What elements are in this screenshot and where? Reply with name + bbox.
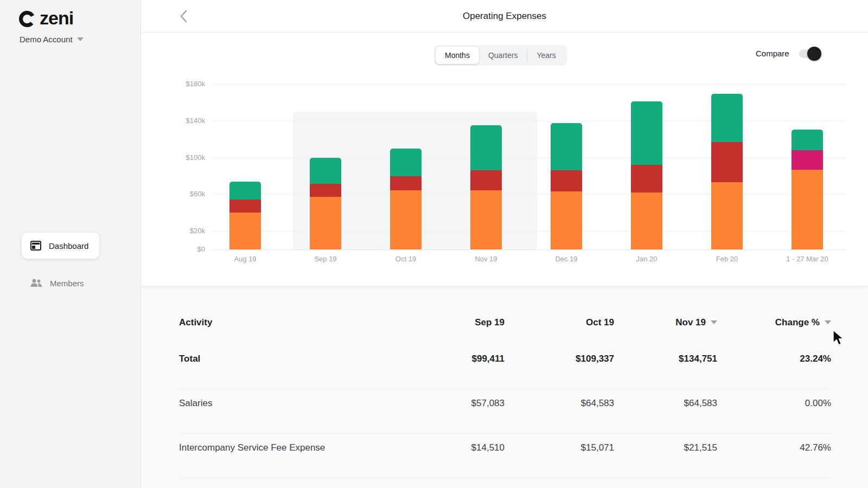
gridline [212,194,846,195]
bar-nov-19[interactable] [470,126,502,249]
tab-years[interactable]: Years [527,47,565,64]
bar-segment-salaries[interactable] [631,192,662,249]
row-label: Total [179,345,412,364]
gridline [212,84,846,85]
bar-segment-other-expenses[interactable] [792,130,823,150]
y-axis-tick: $0 [173,245,205,253]
sidebar: zeni Demo Account Dashboard Members [0,0,141,488]
bar-segment-other-expenses[interactable] [631,101,662,165]
bar-segment-salaries[interactable] [470,190,502,249]
bar-jan-20[interactable] [631,101,662,249]
col-header-sep19: Sep 19 [412,317,505,328]
y-axis-tick: $60k [173,190,205,198]
bar-1-27-mar-20[interactable] [792,130,823,249]
cell-nov19: $64,583 [614,389,717,409]
sidebar-item-label: Dashboard [49,241,88,251]
cell-sep19: $14,510 [412,434,505,453]
x-axis-tick: Oct 19 [366,255,446,263]
cell-sep19: $57,083 [412,389,505,409]
y-axis-tick: $140k [173,117,205,125]
bar-dec-19[interactable] [551,124,582,249]
activity-table: Activity Sep 19 Oct 19 Nov 19 Change % T… [179,300,831,478]
sidebar-item-dashboard[interactable]: Dashboard [22,233,99,259]
col-header-oct19: Oct 19 [505,317,614,328]
col-header-change[interactable]: Change % [717,317,831,328]
x-axis-tick: Nov 19 [446,255,526,263]
bar-segment-highlighted-expense[interactable] [792,150,823,170]
bar-segment-intercompany-service-fee-expense[interactable] [470,170,502,190]
account-switcher[interactable]: Demo Account [20,35,84,44]
cell-change: 23.24% [717,345,831,364]
x-axis-tick: Feb 20 [687,255,767,263]
cell-nov19: $21,515 [614,434,717,453]
gridline [212,231,846,232]
period-tabs: Months Quarters Years [434,45,567,66]
bar-segment-other-expenses[interactable] [551,123,582,170]
mouse-cursor [832,330,846,346]
page-title: Operating Expenses [141,0,868,33]
chevron-down-icon [77,37,84,41]
bar-feb-20[interactable] [711,94,743,249]
table-row-salaries[interactable]: Salaries $57,083 $64,583 $64,583 0.00% [179,389,831,434]
sort-caret-icon [711,320,717,324]
cell-oct19: $15,071 [505,434,614,453]
bar-segment-other-expenses[interactable] [310,158,341,184]
bar-segment-salaries[interactable] [792,169,823,249]
gridline [212,249,846,250]
bar-segment-intercompany-service-fee-expense[interactable] [229,200,261,213]
col-header-activity: Activity [179,317,412,328]
y-axis-tick: $180k [173,80,205,88]
bar-segment-salaries[interactable] [310,197,341,249]
gridline [212,158,846,158]
account-name: Demo Account [20,35,73,44]
bar-segment-salaries[interactable] [229,213,261,249]
expenses-bar-chart: $0$20k$60k$100k$140k$180kAug 19Sep 19Oct… [212,76,846,249]
bar-segment-other-expenses[interactable] [470,125,502,170]
bar-segment-other-expenses[interactable] [390,149,422,176]
members-icon [30,279,42,287]
tab-months[interactable]: Months [436,47,479,64]
table-row-total[interactable]: Total $99,411 $109,337 $134,751 23.24% [179,345,831,389]
bar-segment-other-expenses[interactable] [229,182,261,200]
cell-oct19: $109,337 [505,345,614,364]
bar-segment-salaries[interactable] [711,182,743,249]
col-header-label: Nov 19 [675,317,706,328]
bar-segment-salaries[interactable] [390,190,422,249]
x-axis-tick: Sep 19 [285,255,366,263]
content-card: Operating Expenses Months Quarters Years… [141,0,868,286]
compare-label: Compare [756,49,789,58]
bar-segment-intercompany-service-fee-expense[interactable] [631,165,662,192]
y-axis-tick: $100k [173,153,205,162]
bar-segment-other-expenses[interactable] [711,94,743,142]
sort-caret-icon [825,320,831,324]
sidebar-item-members[interactable]: Members [30,275,84,291]
cell-nov19: $134,751 [614,345,717,364]
bar-sep-19[interactable] [310,158,341,249]
x-axis-tick: Dec 19 [526,255,607,263]
bar-segment-intercompany-service-fee-expense[interactable] [310,183,341,197]
cell-oct19: $64,583 [505,389,614,409]
cell-change: 42.76% [717,434,831,453]
tab-quarters[interactable]: Quarters [479,47,527,64]
table-row-intercompany[interactable]: Intercompany Service Fee Expense $14,510… [179,434,831,478]
toggle-knob [807,47,821,61]
dashboard-icon [30,241,41,251]
bar-segment-intercompany-service-fee-expense[interactable] [551,170,582,191]
col-header-label: Change % [775,317,820,328]
bar-segment-intercompany-service-fee-expense[interactable] [390,176,422,190]
compare-control: Compare [756,49,820,58]
cell-change: 0.00% [717,389,831,409]
compare-toggle[interactable] [799,49,820,58]
bar-segment-salaries[interactable] [551,191,582,249]
x-axis-tick: Aug 19 [205,255,285,263]
bar-oct-19[interactable] [390,149,422,249]
gridline [212,121,846,121]
logo-text: zeni [40,8,73,29]
topbar: Operating Expenses [141,0,868,33]
cell-sep19: $99,411 [412,345,505,364]
bar-segment-intercompany-service-fee-expense[interactable] [711,142,743,182]
col-header-nov19[interactable]: Nov 19 [614,317,717,328]
bar-aug-19[interactable] [229,182,261,249]
x-axis-tick: 1 - 27 Mar 20 [767,255,847,263]
zeni-logo: zeni [17,8,73,29]
